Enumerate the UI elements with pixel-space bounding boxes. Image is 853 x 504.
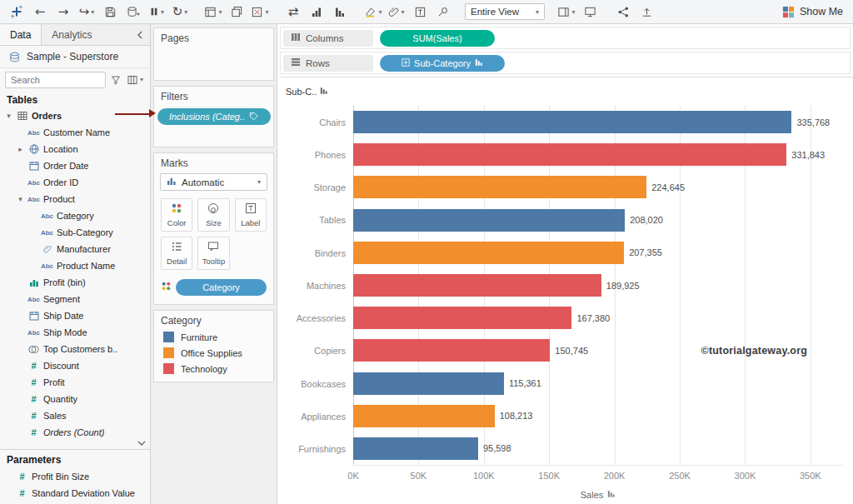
search-input[interactable] <box>5 72 106 88</box>
row-field-header[interactable]: Sub-C.. <box>286 87 328 97</box>
mark-button-detail[interactable]: Detail <box>161 237 192 270</box>
field-product-name[interactable]: AbcProduct Name <box>0 257 150 274</box>
back-button[interactable]: ← <box>28 1 52 22</box>
field-discount[interactable]: #Discount <box>0 357 150 374</box>
pages-shelf[interactable]: Pages <box>153 27 274 81</box>
filters-shelf[interactable]: Filters Inclusions (Categ.. <box>153 86 274 147</box>
field-segment[interactable]: AbcSegment <box>0 291 150 307</box>
expand-caret-icon[interactable]: ▸ <box>17 145 24 153</box>
presentation-mode-button[interactable] <box>578 1 601 22</box>
bar-phones[interactable] <box>353 143 786 166</box>
run-updates-button[interactable]: ↻▾ <box>168 1 192 22</box>
bar-chairs[interactable] <box>353 111 791 133</box>
row-label-machines[interactable]: Machines <box>280 269 353 302</box>
expand-caret-icon[interactable]: ▾ <box>17 195 24 203</box>
field-product[interactable]: ▾AbcProduct <box>0 191 150 207</box>
group-members-button[interactable]: ▾ <box>385 1 408 22</box>
collapse-pane-button[interactable] <box>130 24 150 45</box>
row-label-copiers[interactable]: Copiers <box>280 335 353 367</box>
field-order-id[interactable]: AbcOrder ID <box>0 174 150 191</box>
highlight-button[interactable]: ▾ <box>362 1 385 22</box>
field-order-date[interactable]: Order Date <box>0 157 150 174</box>
bar-bookcases[interactable] <box>353 372 504 395</box>
mark-button-color[interactable]: Color <box>161 198 192 232</box>
mark-button-label[interactable]: Label <box>235 198 267 232</box>
duplicate-button[interactable] <box>225 1 248 22</box>
columns-pill-sum-sales[interactable]: SUM(Sales) <box>380 30 495 47</box>
expand-caret-icon[interactable]: ▾ <box>5 112 12 120</box>
legend-item-technology[interactable]: Technology <box>154 361 273 377</box>
row-label-storage[interactable]: Storage <box>280 172 353 204</box>
field-ship-mode[interactable]: AbcShip Mode <box>0 324 150 341</box>
columns-shelf[interactable]: Columns SUM(Sales) <box>280 27 851 49</box>
field-manufacturer[interactable]: Manufacturer <box>0 241 150 257</box>
row-label-furnishings[interactable]: Furnishings <box>280 433 353 466</box>
field-location[interactable]: ▸Location <box>0 141 150 157</box>
bar-tables[interactable] <box>353 209 625 232</box>
new-worksheet-button[interactable]: ▾ <box>202 1 225 22</box>
fix-axes-button[interactable] <box>431 1 455 22</box>
save-button[interactable] <box>98 1 122 22</box>
mark-button-tooltip[interactable]: Tooltip <box>197 237 229 270</box>
show-hide-cards-button[interactable]: ▾ <box>555 1 578 22</box>
filter-fields-icon[interactable] <box>109 73 122 87</box>
field-sales[interactable]: #Sales <box>0 407 150 424</box>
field-profit[interactable]: #Profit <box>0 374 150 391</box>
pause-updates-button[interactable]: ▾ <box>145 1 168 22</box>
tab-data[interactable]: Data <box>0 24 42 45</box>
field-orders[interactable]: ▾Orders <box>0 107 150 124</box>
new-datasource-button[interactable] <box>122 1 145 22</box>
legend-item-office-supplies[interactable]: Office Supplies <box>154 345 273 361</box>
bar-storage[interactable] <box>353 176 646 198</box>
row-label-bookcases[interactable]: Bookcases <box>280 367 353 400</box>
plus-box-icon <box>402 58 410 68</box>
datasource-row[interactable]: Sample - Superstore <box>0 46 150 68</box>
field-top-customers-b[interactable]: Top Customers b.. <box>0 341 150 357</box>
row-label-accessories[interactable]: Accessories <box>280 302 353 335</box>
view-options-icon[interactable]: ▾ <box>126 73 145 87</box>
show-me-button[interactable]: Show Me <box>781 1 845 22</box>
field-profit-bin[interactable]: Profit (bin) <box>0 274 150 291</box>
row-label-phones[interactable]: Phones <box>280 138 353 171</box>
sort-ascending-button[interactable] <box>305 1 328 22</box>
legend-item-furniture[interactable]: Furniture <box>154 329 273 345</box>
mark-type-select[interactable]: Automatic ▾ <box>160 173 267 191</box>
row-label-tables[interactable]: Tables <box>280 204 353 237</box>
rows-shelf[interactable]: Rows Sub-Category <box>280 52 851 74</box>
filter-pill-inclusions[interactable]: Inclusions (Categ.. <box>157 108 271 125</box>
sort-descending-button[interactable] <box>328 1 352 22</box>
replay-button[interactable]: ↪▾ <box>75 1 98 22</box>
bar-machines[interactable] <box>353 274 601 297</box>
bar-binders[interactable] <box>353 242 624 264</box>
x-axis-title[interactable]: Sales <box>353 490 843 500</box>
show-mark-labels-button[interactable] <box>408 1 431 22</box>
color-swatch <box>163 332 174 342</box>
parameter-profit-bin-size[interactable]: #Profit Bin Size <box>0 468 150 485</box>
field-ship-date[interactable]: Ship Date <box>0 307 150 324</box>
share-button[interactable] <box>611 1 635 22</box>
parameter-standard-deviation-value[interactable]: #Standard Deviation Value <box>0 485 150 502</box>
field-quantity[interactable]: #Quantity <box>0 391 150 407</box>
field-category[interactable]: AbcCategory <box>0 207 150 224</box>
bar-copiers[interactable] <box>353 339 550 362</box>
bar-furnishings[interactable] <box>353 437 478 460</box>
field-customer-name[interactable]: AbcCustomer Name <box>0 124 150 141</box>
mark-button-size[interactable]: Size <box>197 198 229 232</box>
publish-button[interactable] <box>635 1 658 22</box>
bar-appliances[interactable] <box>353 405 495 427</box>
tableau-app: ←→↪▾▾↻▾▾▾⇄▾▾Entire View▾▾Show Me Data An… <box>0 0 853 504</box>
row-label-binders[interactable]: Binders <box>280 237 353 269</box>
forward-button[interactable]: → <box>52 1 75 22</box>
swap-rows-columns-button[interactable]: ⇄ <box>282 1 305 22</box>
fit-select[interactable]: Entire View▾ <box>465 3 545 20</box>
field-orders-count[interactable]: #Orders (Count) <box>0 424 150 441</box>
marks-pill-category[interactable]: Category <box>176 279 267 296</box>
field-sub-category[interactable]: AbcSub-Category <box>0 224 150 241</box>
clear-sheet-button[interactable]: ▾ <box>248 1 272 22</box>
row-label-appliances[interactable]: Appliances <box>280 400 353 432</box>
row-label-chairs[interactable]: Chairs <box>280 106 353 138</box>
tab-analytics[interactable]: Analytics <box>42 24 102 45</box>
rows-pill-sub-category[interactable]: Sub-Category <box>380 55 505 72</box>
scroll-more-indicator[interactable] <box>137 437 146 448</box>
bar-accessories[interactable] <box>353 307 571 329</box>
